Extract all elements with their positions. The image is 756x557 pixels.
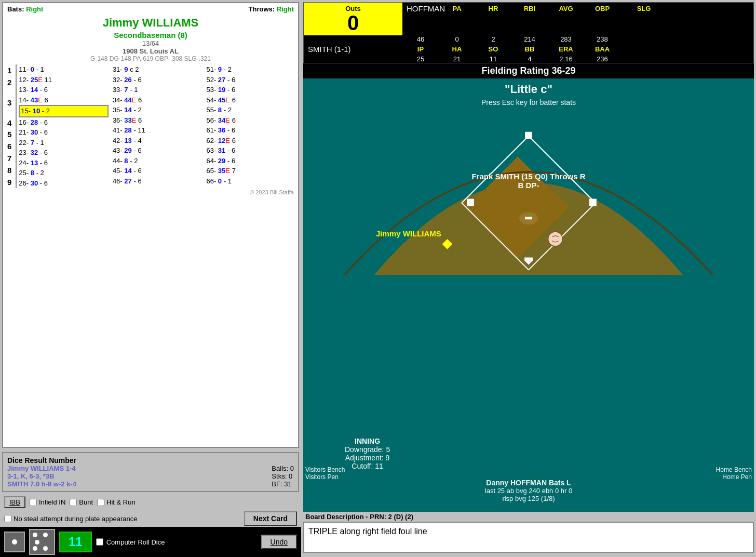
card-row-46: 46- 27 - 6 xyxy=(113,176,203,187)
right-panel: HOFFMAN PA HR RBI AVG OBP SLG Outs 0 46 … xyxy=(303,2,754,555)
home-pen: Home Pen xyxy=(716,473,752,481)
header-ha: HA xyxy=(439,45,475,53)
die-single[interactable] xyxy=(4,532,25,552)
batter-pa: 46 xyxy=(402,35,439,43)
next-card-button[interactable]: Next Card xyxy=(244,511,297,526)
dice-display-row: 11 Computer Roll Dice Undo xyxy=(0,527,301,557)
bunt-label[interactable]: Bunt xyxy=(70,498,93,506)
scoreboard-pitcher-headers: SMITH (1-1) IP HA SO BB ERA BAA xyxy=(304,43,753,55)
card-row-41: 41- 28 - 11 xyxy=(113,125,203,136)
scoreboard-pitcher-stats: 25 21 11 4 2.16 236 xyxy=(304,55,753,63)
pitcher-baa: 236 xyxy=(584,55,620,63)
ibb-button[interactable]: IBB xyxy=(4,496,25,508)
batter-name: HOFFMAN xyxy=(402,3,439,15)
row-num-1: 1 xyxy=(5,65,14,76)
card-row-21: 21- 30 - 6 xyxy=(19,127,109,138)
dice-balls-row: Jimmy WILLIAMS 1-4 3-1, K, 6-3, *3B SMIT… xyxy=(7,465,294,488)
pitcher-stats-name-spacer xyxy=(304,58,402,60)
card-row-14: 14- 43E 6 xyxy=(19,95,109,105)
header-baa: BAA xyxy=(584,45,620,53)
card-row-65: 65- 35E 7 xyxy=(206,166,296,176)
batter-hr: 0 xyxy=(439,35,475,43)
card-row-22: 22- 7 - 1 xyxy=(19,138,109,148)
batter-rbi: 2 xyxy=(475,35,511,43)
dice-result-play: 3-1, K, 6-3, *3B xyxy=(7,472,261,480)
card-row-24: 24- 13 - 6 xyxy=(19,158,109,168)
batter-slg: 238 xyxy=(584,35,620,43)
card-row-26: 26- 30 - 6 xyxy=(19,178,109,189)
die-dot-3 xyxy=(35,540,39,545)
infield-in-checkbox[interactable] xyxy=(30,499,37,506)
home-bench-area: Home Bench Home Pen xyxy=(716,466,752,481)
card-content: 1 2 3 4 5 6 7 8 9 11- 0 - 1 12- 25E 11 xyxy=(3,64,298,188)
row-num-9: 9 xyxy=(5,177,14,188)
inning-info: INNING Downgrade: 5 Adjustment: 9 Cutoff… xyxy=(345,437,390,470)
bats-info: Bats: Right xyxy=(7,5,43,13)
card-row-62: 62- 12E 6 xyxy=(206,136,296,146)
card-columns: 11- 0 - 1 12- 25E 11 13- 14 - 6 14- 43E … xyxy=(19,64,296,188)
outs-box: Outs 0 xyxy=(304,3,402,35)
card-row-44: 44- 8 - 2 xyxy=(113,156,203,166)
infield-in-label[interactable]: Infield IN xyxy=(30,498,65,506)
card-row-12: 12- 25E 11 xyxy=(19,75,109,85)
throws-value: Right xyxy=(277,5,294,13)
batter-stats-name-spacer xyxy=(304,38,402,41)
downgrade: Downgrade: 5 xyxy=(345,445,390,454)
dice-result-title: Dice Result Number xyxy=(7,456,294,465)
svg-rect-9 xyxy=(589,199,597,206)
header-slg: SLG xyxy=(620,5,667,12)
fielding-rating-bar: Fielding Rating 36-29 xyxy=(303,63,754,78)
row-num-3: 3 xyxy=(5,89,14,116)
svg-rect-7 xyxy=(525,217,532,219)
field-area: "Little c" Press Esc key for batter stat… xyxy=(303,78,754,512)
card-row-42: 42- 13 - 4 xyxy=(113,136,203,146)
undo-button[interactable]: Undo xyxy=(261,535,297,549)
batter-field-stats: last 25 ab bvg 240 ebh 0 hr 0 xyxy=(303,487,754,495)
home-bench: Home Bench xyxy=(716,466,752,473)
board-desc-section: Board Description - PRN: 2 (D) (2) TRIPL… xyxy=(303,512,754,555)
scoreboard: HOFFMAN PA HR RBI AVG OBP SLG Outs 0 46 … xyxy=(303,2,754,63)
left-panel: Bats: Right Throws: Right Jimmy WILLIAMS… xyxy=(0,0,301,557)
bats-label: Bats: xyxy=(7,5,24,13)
no-steal-label[interactable]: No steal attempt during plate appearance xyxy=(4,515,138,523)
dice-bf: BF: 31 xyxy=(272,480,294,488)
computer-roll-label: Computer Roll Dice xyxy=(106,538,165,546)
no-steal-checkbox[interactable] xyxy=(4,515,11,522)
pitcher-ha: 21 xyxy=(439,55,475,63)
dice-result-panel: Dice Result Number Jimmy WILLIAMS 1-4 3-… xyxy=(2,452,299,492)
result-number: 11 xyxy=(59,532,92,552)
die-dot-1 xyxy=(33,533,37,537)
dice-result-pitcher: SMITH 7.0 h-8 w-2 k-4 xyxy=(7,480,261,488)
svg-rect-11 xyxy=(467,199,474,206)
card-col-1: 11- 0 - 1 12- 25E 11 13- 14 - 6 14- 43E … xyxy=(19,64,109,188)
svg-rect-10 xyxy=(525,132,532,139)
row-numbers: 1 2 3 4 5 6 7 8 9 xyxy=(5,64,17,188)
dice-left: Jimmy WILLIAMS 1-4 3-1, K, 6-3, *3B SMIT… xyxy=(7,465,261,488)
computer-roll-checkbox[interactable] xyxy=(96,538,103,546)
jimmy-label: Jimmy WILLIAMS xyxy=(376,229,441,238)
card-row-35: 35- 14 - 2 xyxy=(113,105,203,115)
card-col-2: 31- 9 c 2 32- 26 - 6 33- 7 - 1 34- 44E 6… xyxy=(113,64,203,188)
scoreboard-batter-stats: 46 0 2 214 283 238 xyxy=(304,35,753,43)
adjustment: Adjustment: 9 xyxy=(345,454,390,462)
row-num-6: 6 xyxy=(5,141,14,152)
card-row-34: 34- 44E 6 xyxy=(113,95,203,105)
hit-run-label[interactable]: Hit & Run xyxy=(97,498,136,506)
die-dot xyxy=(12,539,17,545)
card-row-31: 31- 9 c 2 xyxy=(113,64,203,75)
batter-avg: 214 xyxy=(511,35,548,43)
card-row-11: 11- 0 - 1 xyxy=(19,64,109,75)
die-multi[interactable] xyxy=(29,529,55,555)
batter-field-name: Danny HOFFMAN Bats L xyxy=(303,479,754,487)
board-desc-label: Board Description - PRN: 2 (D) (2) xyxy=(303,512,754,522)
bats-value: Right xyxy=(26,5,43,13)
pitcher-so: 11 xyxy=(475,55,511,63)
card-row-66: 66- 0 - 1 xyxy=(206,176,296,187)
hit-run-checkbox[interactable] xyxy=(97,499,104,506)
card-row-53: 53- 19 - 6 xyxy=(206,85,296,95)
bunt-checkbox[interactable] xyxy=(70,499,77,506)
row-num-7: 7 xyxy=(5,153,14,164)
pitcher-era: 2.16 xyxy=(548,55,584,63)
header-so: SO xyxy=(475,45,511,53)
card-row-63: 63- 31 - 6 xyxy=(206,145,296,156)
